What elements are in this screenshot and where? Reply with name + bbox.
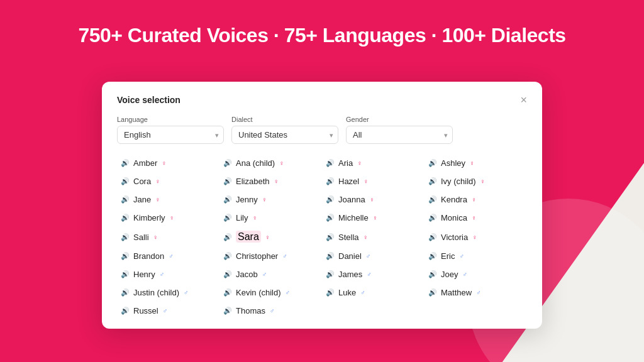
voice-item[interactable]: 🔊Hazel♀ (322, 173, 425, 189)
voice-item[interactable]: 🔊James♂ (322, 266, 425, 282)
female-gender-icon: ♀ (265, 234, 270, 241)
voice-item[interactable]: 🔊Matthew♂ (425, 285, 527, 300)
male-gender-icon: ♂ (367, 271, 372, 278)
speaker-icon: 🔊 (326, 214, 335, 222)
voice-name: Jane (133, 195, 151, 204)
male-gender-icon: ♂ (476, 289, 481, 296)
voice-item[interactable]: 🔊Victoria♀ (425, 228, 527, 246)
voice-item[interactable]: 🔊Henry♂ (117, 266, 219, 282)
female-gender-icon: ♀ (253, 214, 258, 221)
close-button[interactable]: × (520, 94, 527, 106)
voice-item[interactable]: 🔊Luke♂ (322, 285, 425, 300)
female-gender-icon: ♀ (155, 196, 160, 203)
male-gender-icon: ♂ (160, 271, 165, 278)
female-gender-icon: ♀ (480, 178, 486, 185)
voice-item[interactable]: 🔊Stella♀ (322, 228, 425, 246)
female-gender-icon: ♀ (470, 160, 475, 167)
gender-select[interactable]: All Female Male (346, 126, 453, 144)
male-gender-icon: ♂ (169, 253, 174, 260)
voice-item[interactable]: 🔊Eric♂ (425, 248, 527, 264)
voice-item[interactable]: 🔊Jane♀ (117, 192, 219, 207)
voice-name: Salli (133, 233, 149, 242)
speaker-icon: 🔊 (223, 159, 232, 167)
voice-name: Eric (441, 251, 455, 261)
voice-item[interactable]: 🔊Monica♀ (425, 210, 527, 226)
voice-item[interactable]: 🔊Justin (child)♂ (117, 285, 219, 300)
female-gender-icon: ♀ (472, 214, 477, 221)
speaker-icon: 🔊 (428, 233, 437, 241)
voice-name: Victoria (441, 233, 468, 242)
voice-name: Christopher (236, 251, 278, 261)
female-gender-icon: ♀ (170, 214, 175, 221)
voice-item[interactable]: 🔊Joanna♀ (322, 192, 425, 207)
voice-name: Daniel (338, 251, 362, 261)
speaker-icon: 🔊 (428, 288, 437, 297)
voice-item[interactable]: 🔊Ivy (child)♀ (425, 173, 527, 189)
voice-item[interactable]: 🔊Amber♀ (117, 155, 219, 171)
male-gender-icon: ♂ (282, 253, 287, 260)
voice-item[interactable]: 🔊Kevin (child)♂ (219, 285, 322, 300)
voice-item[interactable]: 🔊Ana (child)♀ (219, 155, 322, 171)
voice-name: Monica (441, 213, 467, 222)
voice-name: Russel (133, 306, 158, 315)
voice-item[interactable]: 🔊Elizabeth♀ (219, 173, 322, 189)
voice-item[interactable]: 🔊Kimberly♀ (117, 210, 219, 226)
voice-item[interactable]: 🔊Michelle♀ (322, 210, 425, 226)
voice-item[interactable]: 🔊Sara♀ (219, 228, 322, 246)
voice-name: Joey (441, 270, 458, 279)
language-select[interactable]: English Spanish French (117, 126, 224, 144)
voice-name: Elizabeth (236, 177, 269, 186)
female-gender-icon: ♀ (155, 178, 160, 185)
voice-item[interactable]: 🔊Thomas♂ (219, 303, 322, 319)
voice-name: James (338, 270, 362, 279)
female-gender-icon: ♀ (274, 178, 279, 185)
male-gender-icon: ♂ (262, 271, 267, 278)
modal-title: Voice selection (117, 95, 180, 105)
speaker-icon: 🔊 (223, 195, 232, 204)
language-label: Language (117, 116, 224, 123)
voice-item[interactable]: 🔊Jenny♀ (219, 192, 322, 207)
speaker-icon: 🔊 (223, 288, 232, 297)
female-gender-icon: ♀ (373, 214, 378, 221)
filters-row: Language English Spanish French Dialect … (117, 116, 527, 144)
voice-name: Kendra (441, 195, 467, 204)
speaker-icon: 🔊 (326, 195, 335, 204)
male-gender-icon: ♂ (360, 289, 365, 296)
speaker-icon: 🔊 (428, 252, 437, 260)
voice-item[interactable]: 🔊Aria♀ (322, 155, 425, 171)
voice-name: Joanna (338, 195, 365, 204)
voice-selection-modal: Voice selection × Language English Spani… (102, 82, 542, 329)
dialect-select[interactable]: United States United Kingdom Australia (231, 126, 338, 144)
voice-item[interactable]: 🔊Joey♂ (425, 266, 527, 282)
voice-item[interactable]: 🔊Cora♀ (117, 173, 219, 189)
speaker-icon: 🔊 (121, 307, 130, 315)
speaker-icon: 🔊 (121, 233, 130, 241)
speaker-icon: 🔊 (121, 159, 130, 167)
voice-name: Hazel (338, 177, 359, 186)
voice-item[interactable]: 🔊Jacob♂ (219, 266, 322, 282)
voice-item[interactable]: 🔊Brandon♂ (117, 248, 219, 264)
voice-name: Aria (338, 158, 353, 168)
voice-name: Ashley (441, 158, 465, 168)
voice-name: Jenny (236, 195, 258, 204)
male-gender-icon: ♂ (459, 253, 464, 260)
modal-wrapper: Voice selection × Language English Spani… (102, 82, 542, 329)
voice-item[interactable]: 🔊Christopher♂ (219, 248, 322, 264)
voice-item[interactable]: 🔊Salli♀ (117, 228, 219, 246)
voice-item[interactable]: 🔊Kendra♀ (425, 192, 527, 207)
voice-name: Cora (133, 177, 151, 186)
female-gender-icon: ♀ (357, 160, 362, 167)
speaker-icon: 🔊 (121, 177, 130, 185)
voice-item[interactable]: 🔊Lily♀ (219, 210, 322, 226)
voice-item[interactable]: 🔊Russel♂ (117, 303, 219, 319)
voice-item[interactable]: 🔊Daniel♂ (322, 248, 425, 264)
speaker-icon: 🔊 (326, 252, 335, 260)
speaker-icon: 🔊 (223, 307, 232, 315)
speaker-icon: 🔊 (428, 195, 437, 204)
speaker-icon: 🔊 (121, 195, 130, 204)
voice-name: Kevin (child) (236, 288, 281, 297)
voice-item[interactable]: 🔊Ashley♀ (425, 155, 527, 171)
female-gender-icon: ♀ (279, 160, 284, 167)
male-gender-icon: ♂ (286, 289, 291, 296)
voice-name: Michelle (338, 213, 369, 222)
